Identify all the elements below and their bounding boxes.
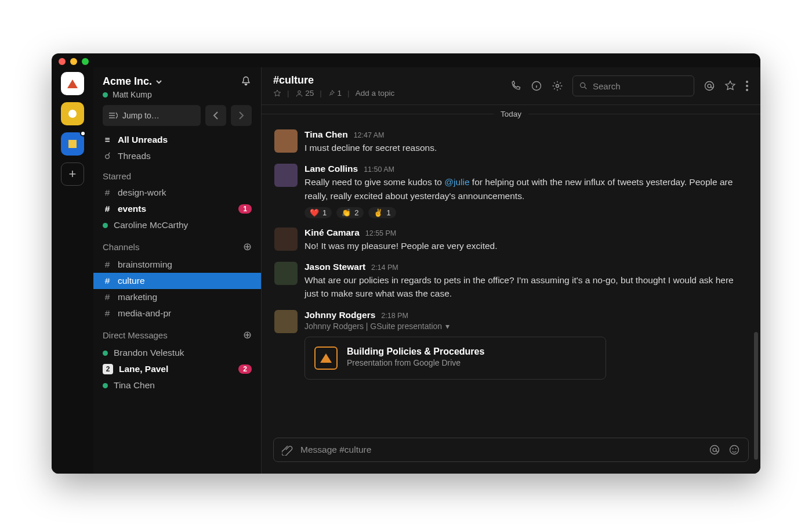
- jump-to-label: Jump to…: [122, 111, 160, 120]
- mention-button[interactable]: [709, 444, 720, 456]
- paperclip-icon: [282, 444, 293, 456]
- presence-dot-icon: [103, 351, 108, 356]
- current-user[interactable]: Matt Kump: [103, 90, 162, 99]
- svg-point-11: [730, 446, 739, 454]
- star-channel-button[interactable]: [273, 89, 281, 98]
- channel-culture[interactable]: #culture: [93, 273, 261, 289]
- channel-title[interactable]: #culture: [273, 74, 394, 86]
- section-starred-header[interactable]: Starred: [93, 164, 261, 185]
- message-composer[interactable]: Message #culture: [273, 438, 749, 462]
- add-workspace-button[interactable]: +: [61, 163, 84, 186]
- message: Lane Collins11:50 AM Really need to give…: [274, 159, 748, 223]
- pins-count[interactable]: 1: [328, 89, 342, 98]
- dm-lane-pavel[interactable]: 2Lane, Pavel2: [93, 361, 261, 377]
- settings-button[interactable]: [552, 80, 563, 92]
- channel-design-work[interactable]: #design-work: [93, 185, 261, 201]
- section-dms-header[interactable]: Direct Messages ⊕: [93, 322, 261, 345]
- attach-button[interactable]: [282, 444, 293, 456]
- threads-link[interactable]: ☌ Threads: [93, 148, 261, 164]
- channel-media-and-pr[interactable]: #media-and-pr: [93, 305, 261, 322]
- message: Tina Chen12:47 AM I must decline for sec…: [274, 125, 748, 159]
- svg-point-3: [581, 83, 585, 88]
- info-button[interactable]: [531, 80, 542, 92]
- caret-down-icon[interactable]: ▾: [445, 322, 449, 331]
- message-author[interactable]: Tina Chen: [304, 129, 348, 140]
- dm-count-icon: 2: [103, 364, 113, 374]
- search-input[interactable]: Search: [572, 75, 694, 96]
- call-button[interactable]: [510, 80, 521, 92]
- avatar[interactable]: [274, 228, 298, 251]
- channel-label: brainstorming: [118, 259, 172, 270]
- more-actions-button[interactable]: [745, 80, 749, 92]
- svg-point-5: [708, 84, 711, 88]
- message-author[interactable]: Jason Stewart: [304, 262, 365, 272]
- avatar[interactable]: [274, 129, 298, 153]
- all-unreads-link[interactable]: ≡ All Unreads: [93, 132, 261, 148]
- message-list[interactable]: Tina Chen12:47 AM I must decline for sec…: [262, 119, 760, 432]
- dm-tina[interactable]: Tina Chen: [93, 377, 261, 394]
- avatar[interactable]: [274, 164, 298, 187]
- dm-label: Lane, Pavel: [119, 364, 168, 374]
- add-topic-button[interactable]: Add a topic: [356, 89, 395, 98]
- member-count[interactable]: 25: [295, 89, 314, 98]
- scrollbar[interactable]: [754, 332, 758, 460]
- starred-items-button[interactable]: [724, 80, 736, 92]
- file-attachment[interactable]: Building Policies & Procedures Presentat…: [304, 337, 606, 380]
- sidebar: Acme Inc. Matt Kump Jump to…: [93, 67, 262, 474]
- workspace-switcher[interactable]: Acme Inc.: [103, 75, 162, 88]
- thread-icon: ☌: [103, 151, 112, 161]
- message-author[interactable]: Kiné Camara: [304, 228, 360, 238]
- mentions-button[interactable]: [704, 80, 715, 92]
- svg-point-0: [298, 91, 300, 93]
- notifications-button[interactable]: [240, 75, 252, 87]
- history-back-button[interactable]: [205, 105, 226, 126]
- reaction-heart[interactable]: ❤️1: [304, 207, 332, 218]
- chevron-right-icon: [238, 111, 244, 120]
- channel-marketing[interactable]: #marketing: [93, 289, 261, 305]
- hash-icon: #: [103, 292, 112, 302]
- at-icon: [704, 80, 715, 92]
- workspace-item-2[interactable]: [61, 102, 84, 125]
- dm-brandon[interactable]: Brandon Velestuk: [93, 345, 261, 361]
- avatar[interactable]: [274, 310, 298, 333]
- presence-dot-icon: [103, 383, 108, 388]
- add-channel-button[interactable]: ⊕: [243, 240, 252, 253]
- chevron-left-icon: [213, 111, 219, 120]
- mention-link[interactable]: @julie: [444, 177, 469, 187]
- message-author[interactable]: Johnny Rodgers: [304, 310, 375, 320]
- channel-events[interactable]: #events1: [93, 201, 261, 217]
- message-text: Really need to give some kudos to @julie…: [304, 175, 748, 203]
- history-forward-button[interactable]: [231, 105, 252, 126]
- kebab-icon: [745, 80, 749, 92]
- all-unreads-label: All Unreads: [118, 135, 168, 145]
- attachment-subtitle: Presentation from Google Drive: [347, 358, 484, 367]
- workspace-item-3[interactable]: [61, 132, 84, 156]
- new-dm-button[interactable]: ⊕: [243, 329, 252, 341]
- window-close-button[interactable]: [59, 58, 66, 65]
- date-divider: Today: [262, 109, 760, 119]
- svg-point-10: [713, 448, 716, 452]
- message-time: 11:50 AM: [364, 165, 394, 174]
- hash-icon: #: [103, 187, 112, 198]
- reaction-peace[interactable]: ✌️1: [368, 207, 396, 218]
- reactions: ❤️1 👏2 ✌️1: [304, 207, 748, 218]
- channel-label: culture: [118, 276, 145, 286]
- current-user-name: Matt Kump: [113, 90, 152, 99]
- message-time: 2:14 PM: [371, 264, 398, 272]
- emoji-button[interactable]: [728, 444, 740, 456]
- chevron-down-icon: [155, 78, 162, 85]
- window-zoom-button[interactable]: [82, 58, 89, 65]
- date-label: Today: [494, 110, 528, 118]
- threads-label: Threads: [118, 151, 151, 161]
- reaction-clap[interactable]: 👏2: [336, 207, 364, 218]
- svg-point-12: [733, 448, 734, 449]
- person-icon: [295, 89, 303, 98]
- window-minimize-button[interactable]: [70, 58, 77, 65]
- workspace-item-acme[interactable]: [61, 72, 84, 95]
- channel-brainstorming[interactable]: #brainstorming: [93, 257, 261, 273]
- avatar[interactable]: [274, 262, 298, 285]
- message-author[interactable]: Lane Collins: [304, 164, 358, 174]
- dm-caroline[interactable]: Caroline McCarthy: [93, 217, 261, 233]
- section-channels-header[interactable]: Channels ⊕: [93, 233, 261, 257]
- jump-to-input[interactable]: Jump to…: [103, 105, 201, 126]
